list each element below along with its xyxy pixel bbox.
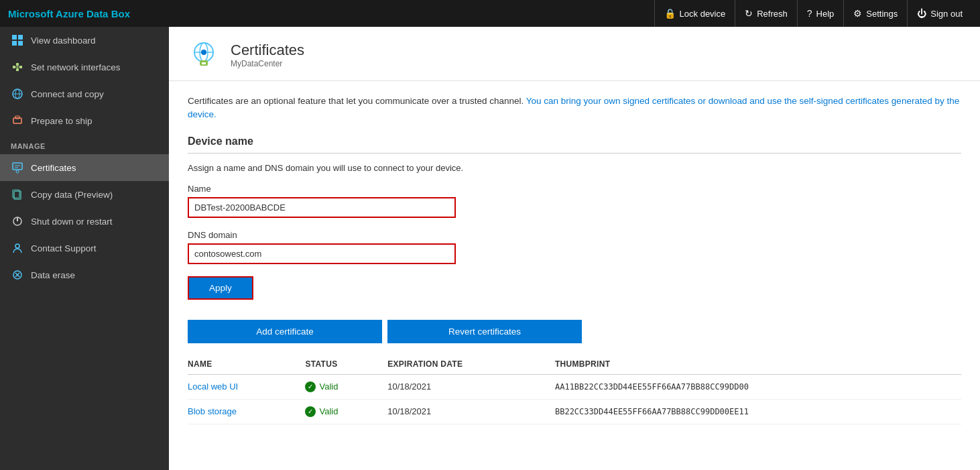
section-divider	[188, 153, 961, 154]
settings-icon: ⚙	[853, 8, 862, 19]
svg-rect-6	[19, 66, 22, 68]
col-header-status: STATUS	[305, 354, 387, 375]
sidebar-item-set-network[interactable]: Set network interfaces	[0, 54, 169, 80]
sidebar-item-copy-data[interactable]: Copy data (Preview)	[0, 181, 169, 208]
main-content: Certificates MyDataCenter Certificates a…	[169, 27, 980, 470]
support-icon	[11, 241, 24, 255]
brand-title: Microsoft Azure Data Box	[8, 8, 130, 19]
ship-icon	[11, 114, 24, 127]
col-header-name: NAME	[188, 354, 305, 375]
top-nav-actions: 🔒 Lock device ↻ Refresh ? Help ⚙ Setting…	[654, 0, 972, 27]
copy-icon	[11, 188, 24, 201]
table-row: Local web UI ✓ Valid 10/18/2021 AA11BB22…	[188, 374, 961, 399]
svg-point-18	[16, 170, 19, 173]
svg-rect-0	[12, 35, 17, 40]
col-header-expiration: EXPIRATION DATE	[387, 354, 555, 375]
lock-icon: 🔒	[664, 8, 676, 19]
revert-certificates-button[interactable]: Revert certificates	[387, 320, 582, 343]
status-valid-icon: ✓	[305, 406, 316, 417]
name-input[interactable]	[188, 197, 456, 218]
sidebar-item-shutdown[interactable]: Shut down or restart	[0, 208, 169, 235]
page-header: Certificates MyDataCenter	[169, 27, 980, 81]
sidebar-item-data-erase[interactable]: Data erase	[0, 261, 169, 288]
svg-rect-15	[13, 163, 22, 170]
refresh-button[interactable]: ↻ Refresh	[735, 0, 797, 27]
cert-actions: Add certificate Revert certificates	[188, 320, 961, 343]
svg-point-30	[201, 50, 206, 55]
dns-label: DNS domain	[188, 230, 961, 240]
cert-name-link[interactable]: Local web UI	[188, 381, 238, 392]
svg-rect-7	[16, 68, 19, 71]
refresh-icon: ↻	[745, 8, 753, 19]
svg-rect-3	[18, 41, 23, 46]
device-name-desc: Assign a name and DNS domain you will us…	[188, 163, 961, 173]
add-certificate-button[interactable]: Add certificate	[188, 320, 382, 343]
page-subtitle: MyDataCenter	[231, 59, 304, 68]
cert-expiration: 10/18/2021	[387, 374, 555, 399]
signout-button[interactable]: ⏻ Sign out	[907, 0, 972, 27]
cert-name-link[interactable]: Blob storage	[188, 406, 237, 416]
certificates-page-icon	[188, 39, 220, 71]
svg-rect-1	[18, 35, 23, 40]
manage-section-label: MANAGE	[0, 134, 169, 154]
cert-name: Blob storage	[188, 399, 305, 424]
top-nav: Microsoft Azure Data Box 🔒 Lock device ↻…	[0, 0, 980, 27]
cert-thumbprint: AA11BB22CC33DD44EE55FF66AA77BB88CC99DD00	[555, 374, 961, 399]
sidebar-item-connect-copy[interactable]: Connect and copy	[0, 80, 169, 107]
certificates-description: Certificates are an optional feature tha…	[188, 95, 961, 122]
connect-icon	[11, 87, 24, 101]
cert-expiration: 10/18/2021	[387, 399, 555, 424]
svg-point-23	[15, 244, 19, 248]
cert-thumbprint: BB22CC33DD44EE55FF66AA77BB88CC99DD00EE11	[555, 399, 961, 424]
svg-rect-2	[12, 41, 17, 46]
certificates-table: NAME STATUS EXPIRATION DATE THUMBPRINT L…	[188, 354, 961, 424]
cert-name: Local web UI	[188, 374, 305, 399]
help-icon: ?	[807, 8, 812, 19]
page-header-text: Certificates MyDataCenter	[231, 42, 304, 68]
sidebar: View dashboard Set network interfaces Co…	[0, 27, 169, 470]
network-icon	[11, 60, 24, 74]
settings-button[interactable]: ⚙ Settings	[843, 0, 907, 27]
status-valid-icon: ✓	[305, 381, 316, 392]
apply-button[interactable]: Apply	[188, 276, 253, 300]
sidebar-item-contact-support[interactable]: Contact Support	[0, 235, 169, 261]
svg-rect-5	[16, 63, 19, 66]
dns-form-group: DNS domain	[188, 230, 961, 264]
name-label: Name	[188, 184, 961, 194]
dns-input[interactable]	[188, 243, 456, 264]
svg-rect-4	[13, 66, 15, 68]
sidebar-item-certificates[interactable]: Certificates	[0, 154, 169, 181]
signout-icon: ⏻	[917, 8, 926, 19]
cert-icon	[11, 161, 24, 174]
name-form-group: Name	[188, 184, 961, 218]
content-body: Certificates are an optional feature tha…	[169, 81, 980, 438]
table-row: Blob storage ✓ Valid 10/18/2021 BB22CC33…	[188, 399, 961, 424]
device-name-section-title: Device name	[188, 135, 961, 148]
main-layout: View dashboard Set network interfaces Co…	[0, 27, 980, 470]
help-button[interactable]: ? Help	[797, 0, 844, 27]
cert-status: ✓ Valid	[305, 399, 387, 424]
svg-rect-32	[202, 62, 206, 64]
erase-icon	[11, 268, 24, 282]
dashboard-icon	[11, 34, 24, 47]
sidebar-item-prepare-ship[interactable]: Prepare to ship	[0, 107, 169, 134]
col-header-thumbprint: THUMBPRINT	[555, 354, 961, 375]
page-title: Certificates	[231, 42, 304, 59]
lock-device-button[interactable]: 🔒 Lock device	[654, 0, 735, 27]
cert-status: ✓ Valid	[305, 374, 387, 399]
shutdown-icon	[11, 215, 24, 228]
sidebar-item-view-dashboard[interactable]: View dashboard	[0, 27, 169, 54]
